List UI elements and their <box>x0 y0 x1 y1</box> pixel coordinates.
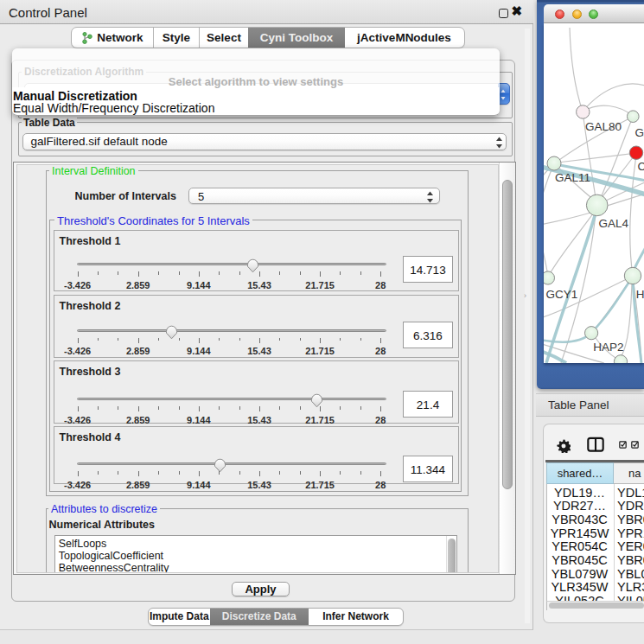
svg-text:HIS4: HIS4 <box>636 288 644 301</box>
svg-text:GAL80: GAL80 <box>585 120 622 133</box>
svg-text:GCY1: GCY1 <box>545 288 577 301</box>
svg-text:GAL4: GAL4 <box>635 126 644 139</box>
svg-text:CYC8: CYC8 <box>638 160 644 173</box>
svg-text:GAL11: GAL11 <box>555 171 590 184</box>
svg-text:HAP2: HAP2 <box>593 341 623 354</box>
svg-text:GAL4: GAL4 <box>599 217 629 230</box>
